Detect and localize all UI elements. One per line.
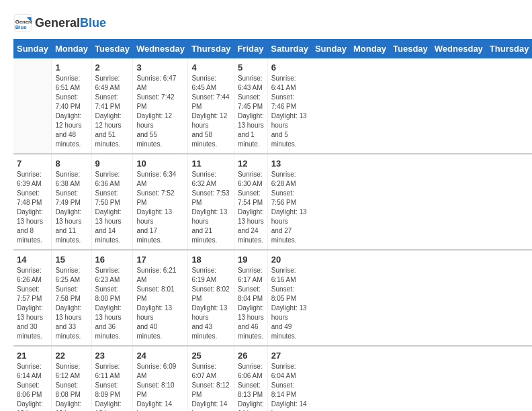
week-row-2: 7Sunrise: 6:39 AM Sunset: 7:48 PM Daylig… [13,154,532,250]
day-number: 24 [136,351,184,361]
day-number: 3 [136,62,184,73]
day-info: Sunrise: 6:16 AM Sunset: 8:05 PM Dayligh… [271,266,308,341]
day-number: 2 [95,62,130,73]
calendar-cell: 5Sunrise: 6:43 AM Sunset: 7:45 PM Daylig… [234,58,267,154]
day-info: Sunrise: 6:25 AM Sunset: 7:58 PM Dayligh… [55,266,87,341]
day-info: Sunrise: 6:26 AM Sunset: 7:57 PM Dayligh… [17,266,48,341]
day-number: 25 [191,351,230,361]
day-number: 13 [271,158,308,169]
calendar-cell: 8Sunrise: 6:38 AM Sunset: 7:49 PM Daylig… [52,154,91,250]
day-number: 20 [271,255,308,265]
calendar-cell: 19Sunrise: 6:17 AM Sunset: 8:04 PM Dayli… [234,250,267,346]
day-info: Sunrise: 6:04 AM Sunset: 8:14 PM Dayligh… [271,362,308,411]
day-number: 12 [238,158,264,169]
week-row-3: 14Sunrise: 6:26 AM Sunset: 7:57 PM Dayli… [13,250,532,346]
day-info: Sunrise: 6:51 AM Sunset: 7:40 PM Dayligh… [55,74,87,149]
day-number: 22 [55,351,87,361]
calendar-cell: 22Sunrise: 6:12 AM Sunset: 8:08 PM Dayli… [52,346,91,411]
day-info: Sunrise: 6:14 AM Sunset: 8:06 PM Dayligh… [17,362,48,411]
day-info: Sunrise: 6:23 AM Sunset: 8:00 PM Dayligh… [95,266,130,341]
day-info: Sunrise: 6:32 AM Sunset: 7:53 PM Dayligh… [191,170,230,245]
day-number: 17 [136,255,184,265]
calendar-cell: 6Sunrise: 6:41 AM Sunset: 7:46 PM Daylig… [267,58,312,154]
day-info: Sunrise: 6:17 AM Sunset: 8:04 PM Dayligh… [238,266,264,341]
header-friday: Friday [234,39,267,58]
day-number: 10 [136,158,184,169]
calendar-cell: 24Sunrise: 6:09 AM Sunset: 8:10 PM Dayli… [133,346,188,411]
calendar-cell [13,58,52,154]
header-tuesday: Tuesday [91,39,133,58]
calendar-cell: 21Sunrise: 6:14 AM Sunset: 8:06 PM Dayli… [13,346,52,411]
header-thursday: Thursday [188,39,234,58]
calendar-cell: 3Sunrise: 6:47 AM Sunset: 7:42 PM Daylig… [133,58,188,154]
calendar-cell: 23Sunrise: 6:11 AM Sunset: 8:09 PM Dayli… [91,346,133,411]
week-row-1: 1Sunrise: 6:51 AM Sunset: 7:40 PM Daylig… [13,58,532,154]
calendar-cell: 2Sunrise: 6:49 AM Sunset: 7:41 PM Daylig… [91,58,133,154]
day-number: 18 [191,255,230,265]
col-header-wednesday: Wednesday [431,39,486,58]
calendar-cell: 25Sunrise: 6:07 AM Sunset: 8:12 PM Dayli… [188,346,234,411]
calendar-cell: 16Sunrise: 6:23 AM Sunset: 8:00 PM Dayli… [91,250,133,346]
day-info: Sunrise: 6:09 AM Sunset: 8:10 PM Dayligh… [136,362,184,411]
calendar-cell: 13Sunrise: 6:28 AM Sunset: 7:56 PM Dayli… [267,154,312,250]
calendar-cell: 1Sunrise: 6:51 AM Sunset: 7:40 PM Daylig… [52,58,91,154]
day-info: Sunrise: 6:47 AM Sunset: 7:42 PM Dayligh… [136,74,184,149]
calendar-cell: 11Sunrise: 6:32 AM Sunset: 7:53 PM Dayli… [188,154,234,250]
calendar-header-row: SundayMondayTuesdayWednesdayThursdayFrid… [13,39,532,58]
day-info: Sunrise: 6:21 AM Sunset: 8:01 PM Dayligh… [136,266,184,341]
day-number: 4 [191,62,230,73]
calendar-cell: 27Sunrise: 6:04 AM Sunset: 8:14 PM Dayli… [267,346,312,411]
logo-blue-text: Blue [80,16,106,30]
day-number: 1 [55,62,87,73]
header: General Blue GeneralBlue [13,13,519,32]
calendar-cell: 14Sunrise: 6:26 AM Sunset: 7:57 PM Dayli… [13,250,52,346]
day-info: Sunrise: 6:34 AM Sunset: 7:52 PM Dayligh… [136,170,184,245]
day-info: Sunrise: 6:38 AM Sunset: 7:49 PM Dayligh… [55,170,87,245]
day-info: Sunrise: 6:28 AM Sunset: 7:56 PM Dayligh… [271,170,308,245]
calendar-cell: 7Sunrise: 6:39 AM Sunset: 7:48 PM Daylig… [13,154,52,250]
day-number: 14 [17,255,48,265]
calendar-cell: 10Sunrise: 6:34 AM Sunset: 7:52 PM Dayli… [133,154,188,250]
day-number: 19 [238,255,264,265]
col-header-sunday: Sunday [312,39,350,58]
col-header-tuesday: Tuesday [390,39,431,58]
day-number: 9 [95,158,130,169]
logo-general-text: General [35,16,80,30]
day-number: 11 [191,158,230,169]
day-number: 7 [17,158,48,169]
day-info: Sunrise: 6:11 AM Sunset: 8:09 PM Dayligh… [95,362,130,411]
day-number: 16 [95,255,130,265]
col-header-thursday: Thursday [486,39,532,58]
header-wednesday: Wednesday [133,39,188,58]
calendar-cell: 9Sunrise: 6:36 AM Sunset: 7:50 PM Daylig… [91,154,133,250]
col-header-monday: Monday [350,39,390,58]
calendar-cell: 18Sunrise: 6:19 AM Sunset: 8:02 PM Dayli… [188,250,234,346]
day-info: Sunrise: 6:43 AM Sunset: 7:45 PM Dayligh… [238,74,264,149]
day-number: 26 [238,351,264,361]
calendar-cell: 12Sunrise: 6:30 AM Sunset: 7:54 PM Dayli… [234,154,267,250]
day-number: 8 [55,158,87,169]
logo: General Blue GeneralBlue [13,13,106,32]
header-sunday: Sunday [13,39,52,58]
day-number: 23 [95,351,130,361]
day-info: Sunrise: 6:45 AM Sunset: 7:44 PM Dayligh… [191,74,230,149]
day-info: Sunrise: 6:39 AM Sunset: 7:48 PM Dayligh… [17,170,48,245]
day-number: 27 [271,351,308,361]
week-row-4: 21Sunrise: 6:14 AM Sunset: 8:06 PM Dayli… [13,346,532,411]
day-info: Sunrise: 6:49 AM Sunset: 7:41 PM Dayligh… [95,74,130,149]
day-info: Sunrise: 6:12 AM Sunset: 8:08 PM Dayligh… [55,362,87,411]
calendar-cell: 20Sunrise: 6:16 AM Sunset: 8:05 PM Dayli… [267,250,312,346]
day-info: Sunrise: 6:30 AM Sunset: 7:54 PM Dayligh… [238,170,264,245]
logo-icon: General Blue [13,13,32,32]
calendar-cell: 26Sunrise: 6:06 AM Sunset: 8:13 PM Dayli… [234,346,267,411]
header-saturday: Saturday [267,39,312,58]
day-number: 5 [238,62,264,73]
day-info: Sunrise: 6:19 AM Sunset: 8:02 PM Dayligh… [191,266,230,341]
calendar-cell: 4Sunrise: 6:45 AM Sunset: 7:44 PM Daylig… [188,58,234,154]
day-info: Sunrise: 6:06 AM Sunset: 8:13 PM Dayligh… [238,362,264,411]
svg-text:Blue: Blue [15,24,27,30]
day-number: 21 [17,351,48,361]
calendar-table: SundayMondayTuesdayWednesdayThursdayFrid… [13,39,532,411]
day-info: Sunrise: 6:07 AM Sunset: 8:12 PM Dayligh… [191,362,230,411]
day-number: 15 [55,255,87,265]
